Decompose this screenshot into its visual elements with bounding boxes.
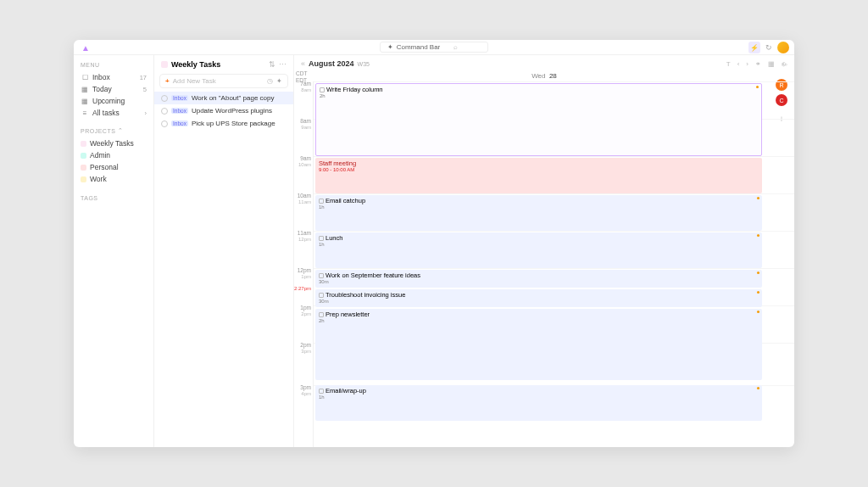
event-checkbox[interactable] [319,312,324,317]
search-icon: ⌕ [453,43,458,51]
calendar-week: W35 [358,61,370,67]
sidebar-item-upcoming[interactable]: ▦Upcoming [77,95,150,107]
event-checkbox[interactable] [320,87,325,92]
event-color-dot [757,387,760,389]
time-label: 10am11am [298,193,311,204]
nav-icon: ▦ [81,86,89,93]
calendar-event[interactable]: Email/wrap-up1h [315,385,762,421]
time-label: 9am10am [298,156,311,167]
hour-line [314,193,794,194]
event-title: Work on September feature ideas [326,271,420,279]
calendar-event[interactable]: Troubleshoot invoicing issue30m [315,289,762,307]
sync-icon[interactable]: ↻ [765,43,772,52]
events-column[interactable]: Write Friday column2hStaff meeting9:00 -… [313,81,794,447]
calendar-event[interactable]: Prep newsletter2h [315,309,762,380]
nav-label: Today [92,85,140,93]
event-checkbox[interactable] [319,236,324,241]
prev-icon[interactable]: ‹ [736,60,742,68]
project-weekly-tasks[interactable]: Weekly Tasks [77,137,150,149]
hour-line [314,268,794,269]
inbox-tag: Inbox [171,95,188,101]
calendar-month: August 2024 [309,59,354,68]
project-admin[interactable]: Admin [77,149,150,161]
sort-icon[interactable]: ⇅ [269,60,275,69]
time-label: 12pm1pm [298,268,311,279]
event-title: Write Friday column [326,86,383,93]
tasks-title: Weekly Tasks [171,60,265,69]
calendar-event[interactable]: Work on September feature ideas30m [315,270,762,288]
command-bar-label: Command Bar [397,43,441,51]
collapse-panel-icon[interactable]: « [301,59,305,68]
inbox-tag: Inbox [171,108,188,114]
sidebar-item-today[interactable]: ▦Today5 [77,83,150,95]
project-label: Admin [90,151,147,160]
event-duration: 30m [319,299,759,304]
event-duration: 30m [319,279,759,284]
time-label: 2pm3pm [300,343,311,354]
hour-line [314,156,794,157]
task-text: Pick up UPS Store package [192,120,275,127]
event-color-dot [757,271,760,274]
sidebar-item-inbox[interactable]: ☐Inbox17 [77,71,150,83]
nav-label: Upcoming [92,97,143,105]
app-logo-icon[interactable]: ▲ [81,42,91,53]
clock-icon[interactable]: ◷ [267,77,273,85]
sidebar: MENU ☐Inbox17▦Today5▦Upcoming≡All tasks›… [74,55,154,447]
project-color-icon [81,165,86,171]
link-icon[interactable]: ⚭ [754,60,763,68]
nav-label: Inbox [92,73,136,81]
more-icon[interactable]: ⋯ [279,60,287,69]
hour-line [314,81,794,82]
project-color-icon [81,153,86,159]
task-checkbox[interactable] [161,95,168,102]
calendar-icon[interactable]: ▦ [766,60,776,68]
event-checkbox[interactable] [319,293,324,298]
project-work[interactable]: Work [77,173,150,185]
command-bar[interactable]: ✦ Command Bar ⌕ [380,42,489,53]
project-personal[interactable]: Personal [77,161,150,173]
task-text: Work on "About" page copy [192,94,275,102]
plus-icon: + [165,77,170,85]
time-label: 11am12pm [298,231,311,242]
project-color-icon [81,141,86,147]
tasks-panel: Weekly Tasks ⇅ ⋯ + Add New Task ◷ ✦ Inbo… [154,55,294,447]
event-duration: 1h [319,242,759,247]
date-header: Wed 28 [294,70,794,81]
task-row[interactable]: InboxPick up UPS Store package [154,117,293,130]
nav-icon: ▦ [81,98,89,105]
nav-icon: ≡ [81,109,89,117]
task-checkbox[interactable] [161,120,168,127]
tags-heading[interactable]: TAGS [77,193,150,203]
next-icon[interactable]: › [744,60,750,68]
calendar-event[interactable]: Staff meeting9:00 - 10:00 AM [315,158,762,193]
projects-heading[interactable]: PROJECTS ⌃ [77,126,150,136]
nav-label: All tasks [92,109,142,117]
task-checkbox[interactable] [161,108,168,115]
task-row[interactable]: InboxWork on "About" page copy [154,92,293,104]
people-icon[interactable]: ◦◦ [782,60,787,69]
calendar-event[interactable]: Write Friday column2h [315,83,762,156]
task-row[interactable]: InboxUpdate WordPress plugins [154,104,293,117]
event-title: Email/wrap-up [326,387,366,395]
add-task-input[interactable]: + Add New Task ◷ ✦ [159,74,288,88]
bolt-icon[interactable]: ⚡ [748,42,760,53]
sidebar-item-all-tasks[interactable]: ≡All tasks› [77,107,150,119]
tasks-header: Weekly Tasks ⇅ ⋯ [154,55,293,72]
event-duration: 9:00 - 10:00 AM [319,167,759,172]
project-label: Work [90,175,147,183]
event-checkbox[interactable] [319,199,324,204]
event-title: Prep newsletter [326,311,370,318]
topbar: ▲ ✦ Command Bar ⌕ ⚡ ↻ [74,40,794,55]
nav-count: 17 [140,74,147,81]
event-color-dot [757,311,760,313]
nav-count: › [145,109,147,117]
event-checkbox[interactable] [319,389,324,394]
today-button[interactable]: T [725,60,732,68]
event-color-dot [757,197,760,199]
magic-icon[interactable]: ✦ [276,77,282,85]
project-color-dot [161,61,168,68]
calendar-event[interactable]: Lunch1h [315,232,762,268]
event-checkbox[interactable] [319,273,324,278]
user-avatar[interactable] [777,42,789,53]
calendar-event[interactable]: Email catchup1h [315,195,762,231]
